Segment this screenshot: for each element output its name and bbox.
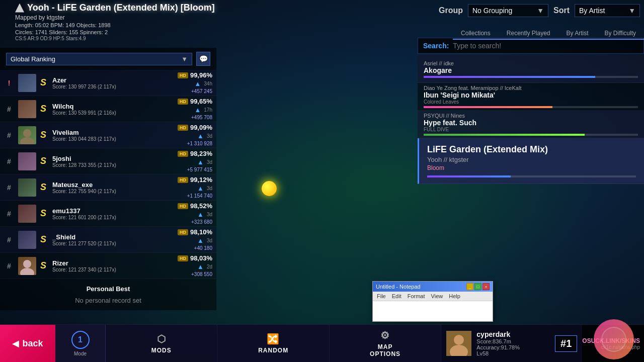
map-options-button[interactable]: ⚙ MAP OPTIONS: [330, 325, 441, 363]
mods-button[interactable]: ⬡ MODS: [106, 325, 217, 363]
lb-grade: S: [40, 208, 48, 219]
player-level: Lv58: [476, 350, 550, 356]
lb-rank: #: [4, 131, 14, 139]
lb-entry-3[interactable]: # S Viveliam Score: 130 044 283 (2 117x)…: [0, 122, 216, 148]
lb-entry-2[interactable]: # S Wilchq Score: 130 539 991 (2 116x) H…: [0, 96, 216, 122]
song-stats2: Circles: 1741 Sliders: 155 Spinners: 2: [15, 29, 215, 35]
lb-right: HD 98,03% ▲ 2d +308 550: [178, 254, 212, 277]
progress-bar: [427, 175, 636, 177]
personal-best-label: Personal Best: [8, 285, 208, 293]
back-button[interactable]: ◀ back: [0, 325, 55, 363]
notepad-controls: _ □ ×: [466, 283, 490, 290]
hd-badge: HD: [178, 203, 188, 209]
player-rank-badge: #1: [555, 335, 577, 352]
svg-point-5: [454, 335, 464, 345]
song-title: Yooh - LiFE Garden (Extended Mix) [Bloom…: [15, 3, 215, 13]
tab-recently-played[interactable]: Recently Played: [499, 28, 558, 39]
notepad-file[interactable]: File: [375, 293, 388, 300]
top-bar: Yooh - LiFE Garden (Extended Mix) [Bloom…: [0, 0, 644, 45]
song-item-content: LiFE Garden (Extended Mix) Yooh // ktgst…: [427, 144, 636, 177]
lb-entry-5[interactable]: # S Mateusz_exe Score: 122 755 940 (2 11…: [0, 174, 216, 201]
progress-fill: [424, 134, 585, 136]
lb-right: HD 98,23% ▲ 3d +5 977 415: [178, 150, 212, 172]
song-item-content: PSYQUI // Nines Hype feat. Such FULL DIV…: [424, 113, 638, 136]
lb-player-score: Score: 121 237 340 (2 117x): [52, 267, 174, 273]
lb-player-info: Rizer Score: 121 237 340 (2 117x): [52, 259, 174, 273]
tab-by-difficulty[interactable]: By Difficulty: [597, 28, 644, 39]
lb-player-name: Mateusz_exe: [52, 181, 174, 189]
notepad-help[interactable]: Help: [447, 293, 462, 300]
song-info: Yooh - LiFE Garden (Extended Mix) [Bloom…: [15, 3, 215, 41]
lb-avatar-4: [18, 152, 36, 170]
list-item[interactable]: Asriel // idke Akogare: [418, 55, 644, 83]
lb-player-name: Viveliam: [52, 129, 174, 136]
lb-grade: S: [40, 104, 48, 114]
notepad-close[interactable]: ×: [482, 283, 490, 290]
group-label: Group: [439, 6, 463, 15]
lb-right: HD 99,12% ▲ 3d +1 154 740: [178, 176, 212, 199]
mode-label: Mode: [74, 351, 87, 356]
player-name: cyperdark: [476, 330, 550, 338]
lb-rank: #: [4, 262, 14, 270]
lb-rank-icon: ▲: [197, 185, 204, 192]
song-item-title: Ibun 'Seigi no Mikata': [424, 91, 638, 99]
leaderboard-panel: Global Ranking ▼ 💬 ! S Azer Score: 130 9…: [0, 48, 216, 310]
lb-player-score: Score: 122 755 940 (2 117x): [52, 189, 174, 194]
notepad-format[interactable]: Format: [406, 293, 427, 300]
group-dropdown-arrow: ▼: [537, 7, 544, 15]
notepad-restore[interactable]: □: [474, 283, 481, 290]
list-item-active[interactable]: LiFE Garden (Extended Mix) Yooh // ktgst…: [418, 138, 644, 184]
lb-rank-icon: ▲: [197, 237, 204, 244]
mode-button[interactable]: 1 Mode: [55, 325, 106, 363]
lb-rank-icon: ▲: [197, 132, 204, 140]
lb-player-score: Score: 121 277 520 (2 117x): [52, 241, 174, 246]
random-button[interactable]: 🔀 RANDOM: [217, 325, 329, 363]
leaderboard-dropdown[interactable]: Global Ranking ▼: [6, 53, 192, 65]
notepad-edit[interactable]: Edit: [390, 293, 404, 300]
circle-inner: [601, 327, 626, 352]
lb-player-name: emu1337: [52, 207, 174, 215]
lb-pp: +323 680: [191, 219, 212, 225]
lb-player-info: 5joshi Score: 128 733 355 (2 117x): [52, 155, 174, 168]
leaderboard-entries: ! S Azer Score: 130 997 236 (2 117x) HD …: [0, 70, 216, 279]
lb-player-info: Wilchq Score: 130 539 991 (2 116x): [52, 103, 174, 116]
yellow-orb: [262, 181, 277, 196]
lb-pp: +495 708: [191, 115, 212, 120]
lb-acc: 99,65%: [190, 98, 212, 105]
notepad-content[interactable]: [373, 301, 493, 321]
lb-right: HD 99,96% ▲ 34h +457 245: [178, 71, 212, 94]
lb-player-name: Azer: [52, 76, 174, 84]
lb-time: 34h: [204, 81, 212, 86]
active-song-title: LiFE Garden (Extended Mix): [427, 144, 636, 155]
group-dropdown[interactable]: No Grouping ▼: [468, 4, 548, 17]
song-item-title: Akogare: [424, 66, 638, 74]
progress-bar: [424, 106, 638, 108]
lb-right: HD 99,65% ▲ 17h +495 708: [178, 98, 212, 120]
song-item-artist: Diao Ye Zong feat. Meramipop // IceKalt: [424, 85, 638, 91]
lb-avatar-3: [18, 126, 36, 144]
song-mapper: Mapped by ktgster: [15, 14, 215, 21]
list-item[interactable]: Diao Ye Zong feat. Meramipop // IceKalt …: [418, 83, 644, 111]
lb-player-name: 5joshi: [52, 155, 174, 162]
notepad-minimize[interactable]: _: [466, 283, 473, 290]
lb-entry-8[interactable]: # S Rizer Score: 121 237 340 (2 117x) HD…: [0, 253, 216, 279]
lb-entry-4[interactable]: # S 5joshi Score: 128 733 355 (2 117x) H…: [0, 148, 216, 174]
lb-entry-6[interactable]: # S emu1337 Score: 121 601 200 (2 117x) …: [0, 201, 216, 227]
song-icon: [15, 4, 24, 13]
hd-badge: HD: [178, 125, 188, 131]
sort-dropdown[interactable]: By Artist ▼: [575, 4, 640, 17]
tab-collections[interactable]: Collections: [453, 28, 499, 39]
lb-avatar-6: [18, 205, 36, 223]
lb-entry-1[interactable]: ! S Azer Score: 130 997 236 (2 117x) HD …: [0, 70, 216, 96]
chat-button[interactable]: 💬: [196, 52, 210, 66]
mods-icon: ⬡: [157, 333, 166, 345]
lb-grade: S: [40, 77, 48, 88]
lb-rank-icon: ▲: [197, 263, 204, 270]
back-arrow-icon: ◀: [12, 338, 19, 349]
tab-by-artist[interactable]: By Artist: [558, 28, 597, 39]
lb-entry-7[interactable]: # S _Shield Score: 121 277 520 (2 117x) …: [0, 227, 216, 253]
notepad-view[interactable]: View: [429, 293, 445, 300]
song-list: Asriel // idke Akogare Diao Ye Zong feat…: [418, 55, 644, 184]
list-item[interactable]: PSYQUI // Nines Hype feat. Such FULL DIV…: [418, 111, 644, 138]
progress-fill: [427, 175, 511, 177]
